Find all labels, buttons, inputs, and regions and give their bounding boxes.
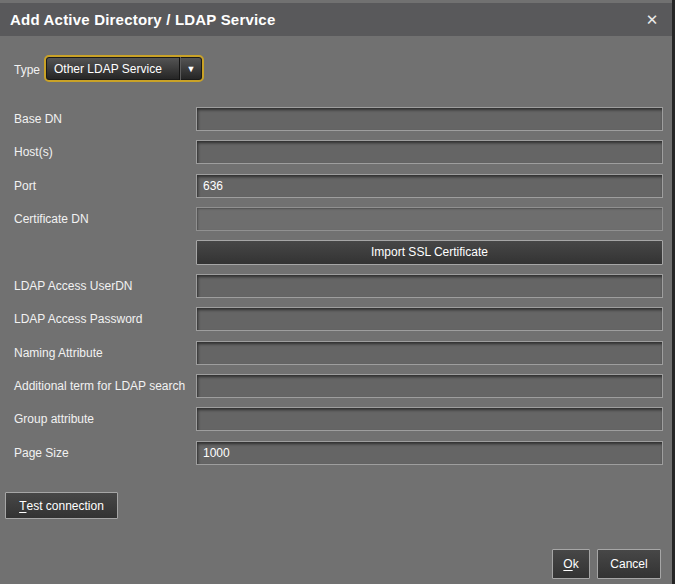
group-attribute-input[interactable] — [196, 407, 663, 431]
test-connection-label: est connection — [26, 499, 103, 513]
naming-attribute-input[interactable] — [196, 341, 663, 365]
ldap-access-userdn-input[interactable] — [196, 274, 663, 298]
hosts-label: Host(s) — [14, 140, 53, 164]
form-row: Naming Attribute — [0, 341, 663, 365]
port-input[interactable] — [196, 174, 663, 198]
page-size-input[interactable] — [196, 441, 663, 465]
form-row: Port — [0, 174, 663, 198]
test-connection-button[interactable]: Test connection — [5, 492, 118, 519]
type-label: Type — [14, 56, 40, 83]
cancel-button[interactable]: Cancel — [597, 549, 661, 579]
test-connection-mnemonic: T — [19, 499, 26, 513]
ldap-search-term-input[interactable] — [196, 374, 663, 398]
ldap-access-userdn-label: LDAP Access UserDN — [14, 274, 132, 298]
certificate-dn-input — [196, 207, 663, 231]
port-label: Port — [14, 174, 36, 198]
ldap-access-password-label: LDAP Access Password — [14, 307, 143, 331]
chevron-down-icon: ▼ — [179, 57, 202, 80]
group-attribute-label: Group attribute — [14, 407, 94, 431]
base-dn-input[interactable] — [196, 107, 663, 131]
form-row: Additional term for LDAP search — [0, 374, 663, 398]
dialog-title: Add Active Directory / LDAP Service — [0, 11, 275, 28]
import-ssl-certificate-button[interactable]: Import SSL Certificate — [196, 240, 663, 265]
ldap-access-password-input[interactable] — [196, 307, 663, 331]
ok-button[interactable]: Ok — [552, 549, 590, 579]
type-select[interactable]: Other LDAP Service ▼ — [44, 55, 204, 82]
dialog-titlebar: Add Active Directory / LDAP Service ✕ — [0, 3, 672, 36]
form-row: Certificate DN — [0, 207, 663, 231]
close-icon[interactable]: ✕ — [641, 3, 663, 36]
ok-mnemonic: O — [563, 557, 572, 571]
form-row: LDAP Access Password — [0, 307, 663, 331]
ok-label: k — [573, 557, 579, 571]
form-row: Page Size — [0, 441, 663, 465]
add-ldap-service-dialog: Add Active Directory / LDAP Service ✕ Ty… — [0, 0, 675, 584]
form-row: Import SSL Certificate — [0, 240, 663, 264]
base-dn-label: Base DN — [14, 107, 62, 131]
ldap-search-term-label: Additional term for LDAP search — [14, 374, 185, 398]
form-row: Group attribute — [0, 407, 663, 431]
form-row: LDAP Access UserDN — [0, 274, 663, 298]
type-select-value: Other LDAP Service — [46, 62, 179, 76]
page-size-label: Page Size — [14, 441, 69, 465]
hosts-input[interactable] — [196, 140, 663, 164]
naming-attribute-label: Naming Attribute — [14, 341, 103, 365]
form-row: Base DN — [0, 107, 663, 131]
certificate-dn-label: Certificate DN — [14, 207, 89, 231]
form-row: Host(s) — [0, 140, 663, 164]
